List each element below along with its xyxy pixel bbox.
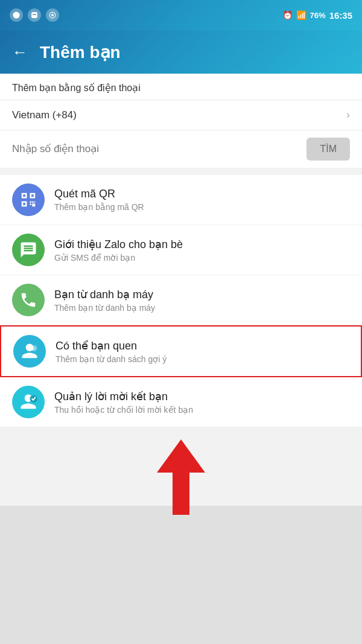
svg-rect-8 <box>31 194 34 197</box>
menu-item-sms[interactable]: Giới thiệu Zalo cho bạn bè Gửi SMS để mờ… <box>0 225 362 275</box>
menu-subtitle-sms: Gửi SMS để mời bạn <box>54 253 350 263</box>
status-right: ⏰ 📶 76% 16:35 <box>282 10 352 21</box>
status-icons <box>10 8 59 22</box>
chat-icon <box>46 8 59 22</box>
svg-rect-1 <box>31 12 37 18</box>
menu-item-manage[interactable]: Quản lý lời mời kết bạn Thu hồi hoặc từ … <box>0 377 362 427</box>
menu-item-suggestions[interactable]: ? Có thể bạn quen Thêm bạn từ danh sách … <box>0 325 362 377</box>
svg-text:?: ? <box>32 346 35 352</box>
qr-icon-wrap <box>12 183 45 216</box>
line-icon <box>28 8 41 22</box>
menu-subtitle-contacts: Thêm bạn từ danh bạ máy <box>54 303 350 313</box>
battery-text: 76% <box>310 11 326 20</box>
menu-subtitle-suggestions: Thêm bạn từ danh sách gợi ý <box>56 354 349 364</box>
back-button[interactable]: ← <box>12 43 28 62</box>
toolbar: ← Thêm bạn <box>0 30 362 74</box>
svg-rect-12 <box>34 202 35 203</box>
phone-input-row: TÌM <box>0 130 362 168</box>
svg-rect-9 <box>23 203 25 205</box>
menu-text-qr: Quét mã QR Thêm bạn bằng mã QR <box>54 188 350 212</box>
svg-rect-7 <box>23 194 25 197</box>
arrow-head <box>157 439 205 473</box>
phone-section-label: Thêm bạn bằng số điện thoại <box>0 74 362 100</box>
country-text: Vietnam (+84) <box>12 109 77 121</box>
person-icon: ? <box>21 342 39 360</box>
svg-rect-11 <box>32 202 34 203</box>
menu-text-sms: Giới thiệu Zalo cho bạn bè Gửi SMS để mờ… <box>54 238 350 263</box>
svg-point-3 <box>51 14 54 16</box>
messenger-icon <box>10 8 23 22</box>
menu-title-contacts: Bạn từ danh bạ máy <box>54 288 350 301</box>
menu-title-qr: Quét mã QR <box>54 188 350 200</box>
menu-list: Quét mã QR Thêm bạn bằng mã QR Giới thiệ… <box>0 175 362 427</box>
time-text: 16:35 <box>329 10 352 21</box>
menu-text-manage: Quản lý lời mời kết bạn Thu hồi hoặc từ … <box>54 390 350 415</box>
sms-icon <box>19 241 37 259</box>
manage-icon-wrap <box>12 386 45 418</box>
person-icon-wrap: ? <box>13 335 46 368</box>
phone-input[interactable] <box>12 143 306 155</box>
arrow-shaft <box>173 473 189 515</box>
page-title: Thêm bạn <box>40 42 121 62</box>
menu-title-suggestions: Có thể bạn quen <box>56 339 349 352</box>
arrow-annotation <box>0 427 362 506</box>
svg-rect-14 <box>32 203 35 206</box>
menu-item-contacts[interactable]: Bạn từ danh bạ máy Thêm bạn từ danh bạ m… <box>0 275 362 325</box>
contacts-icon-wrap <box>12 284 45 316</box>
menu-item-qr[interactable]: Quét mã QR Thêm bạn bằng mã QR <box>0 175 362 225</box>
menu-title-sms: Giới thiệu Zalo cho bạn bè <box>54 238 350 251</box>
status-bar: ⏰ 📶 76% 16:35 <box>0 0 362 30</box>
svg-rect-13 <box>30 203 32 205</box>
country-selector[interactable]: Vietnam (+84) › <box>0 100 362 130</box>
wifi-icon: 📶 <box>296 10 306 20</box>
sms-icon-wrap <box>12 234 45 266</box>
contacts-icon <box>19 291 37 309</box>
manage-icon <box>19 393 37 411</box>
chevron-right-icon: › <box>346 109 350 121</box>
phone-section: Thêm bạn bằng số điện thoại Vietnam (+84… <box>0 74 362 168</box>
qr-icon <box>19 191 37 209</box>
menu-text-suggestions: Có thể bạn quen Thêm bạn từ danh sách gợ… <box>56 339 349 364</box>
menu-subtitle-manage: Thu hồi hoặc từ chối lời mời kết bạn <box>54 405 350 415</box>
content-area: Thêm bạn bằng số điện thoại Vietnam (+84… <box>0 74 362 506</box>
svg-rect-10 <box>30 202 32 203</box>
menu-subtitle-qr: Thêm bạn bằng mã QR <box>54 202 350 212</box>
red-arrow <box>157 439 205 515</box>
alarm-icon: ⏰ <box>282 10 293 20</box>
search-button[interactable]: TÌM <box>306 138 350 161</box>
menu-title-manage: Quản lý lời mời kết bạn <box>54 390 350 403</box>
menu-text-contacts: Bạn từ danh bạ máy Thêm bạn từ danh bạ m… <box>54 288 350 313</box>
